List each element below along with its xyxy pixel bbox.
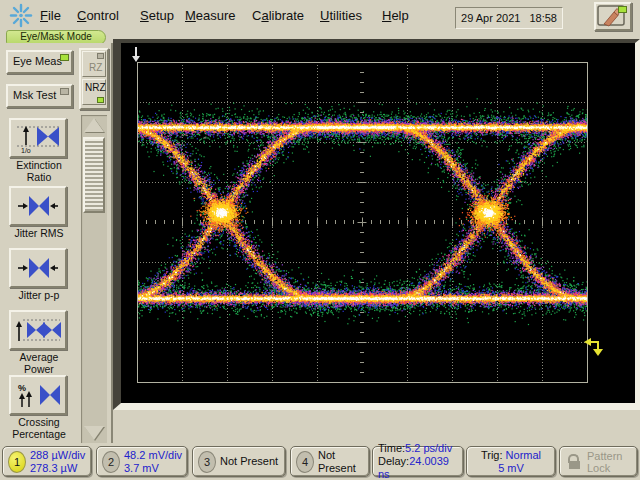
crossing-percentage-group: % Crossing Percentage	[0, 375, 78, 440]
time-label: Time:	[378, 442, 405, 454]
jitter-rms-button[interactable]	[9, 186, 67, 226]
scroll-down-button[interactable]	[83, 424, 105, 442]
menu-bar: File Control Setup Measure Calibrate Uti…	[0, 0, 640, 30]
delay-label: Delay:	[378, 455, 409, 467]
crossing-percentage-button[interactable]: %	[9, 375, 67, 415]
extinction-ratio-button[interactable]: 1/o	[9, 118, 67, 158]
time-value: 5.2 ps/div	[405, 442, 452, 454]
time-text: 18:58	[529, 12, 557, 24]
menu-setup[interactable]: Setup	[140, 8, 174, 23]
channel-2-indicator: 2	[102, 451, 120, 473]
pattern-lock-label-1: Pattern	[587, 450, 622, 462]
nrz-led	[97, 97, 104, 103]
eye-diagram-canvas	[121, 43, 635, 403]
channel-1-offset: 278.3 µW	[30, 462, 85, 475]
rz-label: RZ	[89, 62, 102, 73]
eye-meas-button[interactable]: Eye Meas	[6, 50, 73, 74]
jitter-pp-label: Jitter p-p	[0, 289, 78, 301]
trigger-button[interactable]: Trig: Normal 5 mV	[466, 446, 556, 477]
channel-1-indicator: 1	[8, 451, 26, 473]
trig-level: 5 mV	[498, 462, 524, 475]
svg-text:%: %	[18, 383, 26, 393]
extinction-ratio-group: 1/o Extinction Ratio	[0, 118, 78, 183]
average-power-icon	[15, 315, 61, 345]
channel-3-indicator: 3	[198, 451, 216, 473]
msk-test-button[interactable]: Msk Test	[6, 84, 73, 108]
average-power-button[interactable]	[9, 310, 67, 350]
touchscreen-led	[618, 6, 627, 13]
menu-calibrate[interactable]: Calibrate	[252, 8, 304, 23]
average-power-group: Average Power	[0, 310, 78, 375]
extinction-ratio-label: Extinction Ratio	[0, 159, 78, 183]
channel-3-button[interactable]: 3 Not Present	[192, 446, 286, 477]
waveform-display	[113, 39, 640, 410]
channel-4-button[interactable]: 4 Not Present	[290, 446, 370, 477]
sidebar-scrollbar	[81, 115, 107, 443]
menu-utilities[interactable]: Utilities	[320, 8, 362, 23]
jitter-pp-button[interactable]	[9, 248, 67, 288]
jitter-rms-label: Jitter RMS	[0, 227, 78, 239]
extinction-ratio-icon: 1/o	[15, 122, 61, 154]
channel-3-status: Not Present	[220, 455, 278, 468]
menu-measure[interactable]: Measure	[185, 8, 236, 23]
datetime-display: 29 Apr 2021 18:58	[455, 7, 563, 29]
menu-help[interactable]: Help	[382, 8, 409, 23]
menu-file[interactable]: File	[40, 8, 61, 23]
pattern-lock-button[interactable]: Pattern Lock	[559, 446, 638, 477]
scope-screen: File Control Setup Measure Calibrate Uti…	[0, 0, 640, 480]
nrz-button[interactable]: NRZ	[82, 79, 106, 105]
rz-button[interactable]: RZ	[82, 51, 106, 77]
triangle-up-icon	[84, 118, 104, 132]
timebase-button[interactable]: Time:5.2 ps/div Delay:24.0039 ns	[372, 446, 464, 477]
crossing-percentage-label: Crossing Percentage	[0, 416, 78, 440]
channel-2-scale: 48.2 mV/div	[124, 449, 182, 462]
jitter-pp-icon	[16, 253, 60, 283]
channel-2-offset: 3.7 mV	[124, 462, 182, 475]
menu-control[interactable]: Control	[77, 8, 119, 23]
padlock-open-icon	[568, 454, 582, 470]
eye-meas-led	[60, 54, 69, 61]
channel-4-status: Not Present	[318, 449, 369, 475]
nrz-label: NRZ	[85, 82, 106, 93]
crossing-percentage-icon: %	[16, 380, 60, 410]
scroll-thumb[interactable]	[83, 137, 105, 213]
average-power-label: Average Power	[0, 351, 78, 375]
trig-label: Trig:	[481, 449, 506, 461]
channel-1-scale: 288 µW/div	[30, 449, 85, 462]
eye-meas-label: Eye Meas	[13, 55, 62, 67]
sidebar: Eye Meas Msk Test RZ NRZ	[0, 43, 113, 443]
triangle-down-icon	[84, 426, 104, 440]
channel-1-button[interactable]: 1 288 µW/div 278.3 µW	[2, 446, 92, 477]
trig-mode: Normal	[506, 449, 541, 461]
msk-test-led	[60, 88, 69, 95]
rz-led	[97, 53, 104, 59]
channel-2-button[interactable]: 2 48.2 mV/div 3.7 mV	[96, 446, 188, 477]
jitter-rms-group: Jitter RMS	[0, 186, 78, 239]
agilent-logo-icon	[7, 3, 35, 28]
pattern-lock-label-2: Lock	[587, 462, 622, 474]
jitter-rms-icon	[16, 191, 60, 221]
channel-4-indicator: 4	[296, 451, 314, 473]
scroll-up-button[interactable]	[83, 116, 105, 134]
msk-test-label: Msk Test	[13, 89, 56, 101]
jitter-pp-group: Jitter p-p	[0, 248, 78, 301]
touchscreen-toggle-button[interactable]	[594, 2, 632, 31]
status-bar: 1 288 µW/div 278.3 µW 2 48.2 mV/div 3.7 …	[0, 443, 640, 480]
rz-nrz-selector: RZ NRZ	[79, 48, 109, 110]
svg-text:1/o: 1/o	[21, 147, 31, 154]
date-text: 29 Apr 2021	[461, 12, 520, 24]
